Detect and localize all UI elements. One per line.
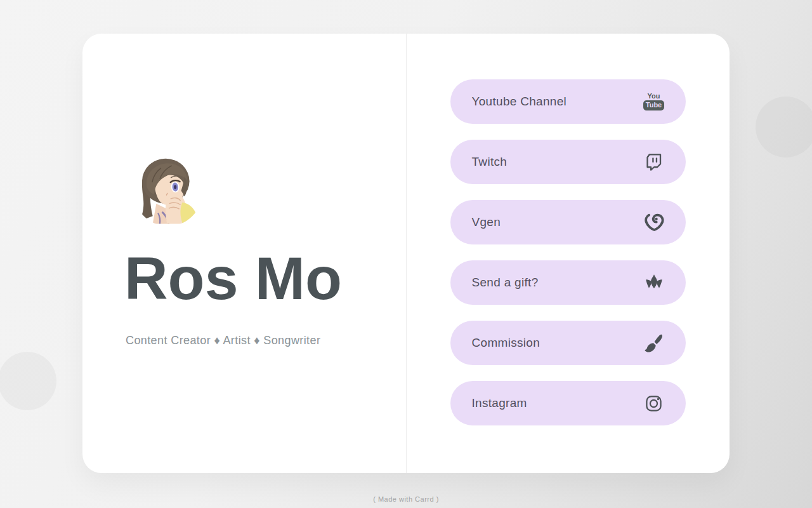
vgen-heart-icon bbox=[641, 211, 667, 233]
profile-tagline: Content Creator ♦ Artist ♦ Songwriter bbox=[126, 333, 398, 349]
profile-name: Ros Mo bbox=[124, 247, 403, 311]
decorative-circle-right bbox=[756, 97, 812, 157]
throne-crown-icon bbox=[641, 272, 667, 293]
link-label: Vgen bbox=[472, 215, 501, 229]
youtube-icon-top-text: You bbox=[648, 93, 660, 100]
youtube-icon: You Tube bbox=[641, 93, 667, 110]
link-button-commission[interactable]: Commission bbox=[450, 321, 686, 365]
link-label: Twitch bbox=[472, 155, 508, 169]
link-button-throne[interactable]: Send a gift? bbox=[450, 260, 686, 305]
link-list: Youtube Channel You Tube Twitch Vgen bbox=[406, 79, 730, 425]
decorative-circle-left bbox=[0, 352, 56, 410]
twitch-icon bbox=[641, 152, 667, 172]
link-button-twitch[interactable]: Twitch bbox=[450, 140, 686, 184]
link-label: Instagram bbox=[472, 396, 527, 410]
made-with-carrd-link[interactable]: ( Made with Carrd ) bbox=[0, 495, 812, 503]
avatar bbox=[133, 156, 204, 227]
link-label: Commission bbox=[472, 336, 540, 350]
link-label: Youtube Channel bbox=[472, 95, 567, 109]
profile-card: Ros Mo Content Creator ♦ Artist ♦ Songwr… bbox=[82, 34, 730, 473]
youtube-icon-bottom-text: Tube bbox=[643, 100, 664, 110]
link-button-youtube[interactable]: Youtube Channel You Tube bbox=[450, 79, 686, 124]
instagram-icon bbox=[641, 394, 667, 413]
anime-avatar-illustration bbox=[133, 156, 204, 227]
paintbrush-icon bbox=[641, 333, 667, 354]
link-button-instagram[interactable]: Instagram bbox=[450, 381, 686, 425]
link-label: Send a gift? bbox=[472, 276, 539, 290]
link-button-vgen[interactable]: Vgen bbox=[450, 200, 686, 244]
